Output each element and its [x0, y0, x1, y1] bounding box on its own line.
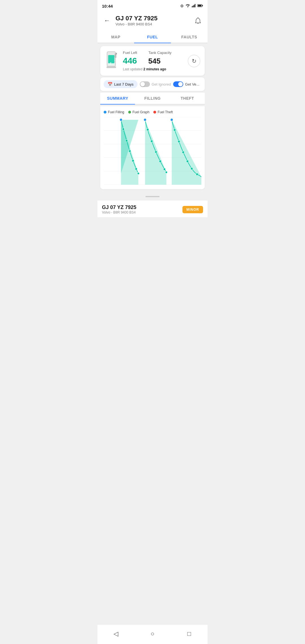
notification-bell-button[interactable]: [193, 16, 203, 26]
svg-point-52: [170, 118, 173, 121]
date-chip-label: Last 7 Days: [114, 82, 134, 86]
svg-point-51: [144, 118, 146, 121]
nav-back-icon: ◁: [114, 630, 118, 638]
svg-rect-2: [193, 6, 194, 8]
refresh-icon: ↻: [192, 58, 197, 64]
status-time: 10:44: [102, 4, 113, 8]
vehicle-title: GJ 07 YZ 7925: [116, 15, 158, 22]
bell-icon: [195, 17, 201, 24]
fuel-chart: [104, 117, 201, 185]
settings-icon: ⚙: [180, 4, 184, 8]
fuel-info: Fuel Left Tank Capacity 446 545 Last upd…: [123, 51, 184, 71]
header-text: GJ 07 YZ 7925 Volvo - B8R 9400 BS4: [116, 15, 158, 26]
tank-capacity-label: Tank Capacity: [149, 51, 172, 55]
nav-recent-icon: □: [187, 630, 191, 638]
fuel-values: 446 545: [123, 56, 184, 66]
svg-rect-16: [106, 66, 116, 68]
svg-rect-7: [198, 5, 201, 6]
navigation-bar: ◁ ○ □: [97, 625, 208, 644]
filter-bar: 📅 Last 7 Days Get Ignored Get Ve...: [100, 77, 205, 91]
ignored-label: Get Ignored: [152, 82, 171, 86]
fuel-left-value: 446: [123, 56, 137, 66]
signal-icon: [192, 4, 196, 8]
wifi-icon: [186, 4, 190, 8]
legend-fuel-theft: Fuel Theft: [153, 110, 173, 114]
legend-graph-label: Fuel Graph: [132, 110, 149, 114]
ignored-filter: Get Ignored: [140, 81, 171, 87]
back-button[interactable]: ←: [102, 16, 112, 26]
fuel-gauge-icon: F: [105, 51, 119, 71]
ignored-toggle[interactable]: [140, 81, 150, 87]
status-bar: 10:44 ⚙: [97, 0, 208, 11]
svg-point-0: [188, 7, 188, 7]
back-arrow-icon: ←: [104, 17, 110, 24]
header-left: ← GJ 07 YZ 7925 Volvo - B8R 9400 BS4: [102, 15, 158, 26]
sub-tab-filling[interactable]: FILLING: [135, 93, 170, 104]
tank-capacity-value: 545: [148, 57, 160, 66]
legend-dot-filling: [104, 111, 106, 114]
sub-tab-theft[interactable]: THEFT: [170, 93, 205, 104]
nav-home-button[interactable]: ○: [146, 628, 159, 640]
refresh-button[interactable]: ↻: [188, 55, 200, 67]
legend-theft-label: Fuel Theft: [158, 110, 173, 114]
fuel-updated-text: Last updated 2 minutes ago: [123, 67, 184, 71]
notification-vehicle-info: GJ 07 YZ 7925 Volvo - B8R 9400 BS4: [102, 204, 136, 214]
date-filter-chip[interactable]: 📅 Last 7 Days: [104, 80, 138, 88]
bottom-notification: GJ 07 YZ 7925 Volvo - B8R 9400 BS4 MINOR: [97, 201, 208, 217]
legend-fuel-graph: Fuel Graph: [128, 110, 149, 114]
legend-dot-theft: [153, 111, 156, 114]
tab-faults[interactable]: FAULTS: [171, 31, 208, 43]
vehicle-label: Get Ve...: [185, 82, 199, 86]
nav-back-button[interactable]: ◁: [110, 628, 122, 640]
fuel-left-label: Fuel Left: [123, 51, 137, 55]
svg-text:F: F: [110, 62, 112, 65]
svg-rect-15: [116, 53, 117, 55]
battery-icon: [197, 4, 203, 8]
svg-rect-1: [192, 6, 193, 7]
notification-vehicle-name: GJ 07 YZ 7925: [102, 204, 136, 210]
minor-badge[interactable]: MINOR: [182, 206, 203, 213]
nav-home-icon: ○: [151, 630, 154, 638]
svg-point-49: [137, 172, 140, 175]
fuel-labels: Fuel Left Tank Capacity: [123, 51, 184, 55]
vehicle-toggle[interactable]: [173, 81, 183, 87]
chart-section: Fuel Filling Fuel Graph Fuel Theft: [100, 106, 205, 189]
svg-rect-3: [194, 5, 195, 7]
vehicle-filter: Get Ve...: [173, 81, 199, 87]
vehicle-bold: 7925: [125, 204, 136, 210]
vehicle-toggle-knob: [178, 82, 183, 86]
tab-fuel[interactable]: FUEL: [134, 31, 171, 43]
main-tabs: MAP FUEL FAULTS: [97, 31, 208, 43]
sub-tab-summary[interactable]: SUMMARY: [100, 93, 135, 104]
legend-fuel-filling: Fuel Filling: [104, 110, 124, 114]
svg-rect-6: [202, 5, 203, 6]
legend-filling-label: Fuel Filling: [108, 110, 124, 114]
chart-svg: [104, 117, 201, 185]
vehicle-prefix: GJ 07 YZ: [102, 204, 125, 210]
chart-legend: Fuel Filling Fuel Graph Fuel Theft: [104, 110, 201, 114]
vehicle-subtitle: Volvo - B8R 9400 BS4: [116, 22, 158, 26]
svg-rect-4: [195, 4, 196, 7]
nav-recent-button[interactable]: □: [183, 628, 195, 640]
notification-vehicle-subtitle: Volvo - B8R 9400 BS4: [102, 210, 136, 214]
fuel-card: F Fuel Left Tank Capacity 446 545 Last u…: [100, 46, 205, 76]
drag-handle: [97, 191, 208, 199]
svg-point-50: [165, 171, 167, 173]
svg-marker-48: [172, 120, 201, 185]
calendar-icon: 📅: [108, 82, 112, 86]
ignored-toggle-knob: [140, 82, 145, 86]
tab-map[interactable]: MAP: [97, 31, 134, 43]
sub-tabs: SUMMARY FILLING THEFT: [100, 93, 205, 105]
status-icons: ⚙: [180, 4, 203, 8]
svg-marker-40: [145, 120, 167, 185]
drag-bar: [145, 196, 160, 197]
legend-dot-graph: [128, 111, 131, 114]
header: ← GJ 07 YZ 7925 Volvo - B8R 9400 BS4: [97, 11, 208, 31]
